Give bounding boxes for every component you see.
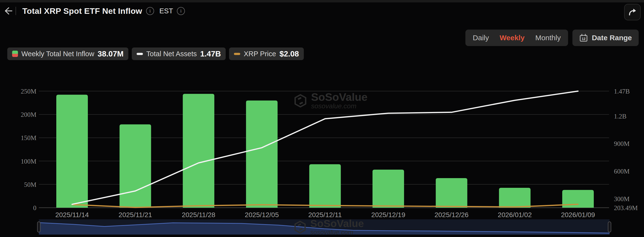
bar[interactable] (499, 188, 530, 208)
x-axis-tick-label: 2025/12/19 (371, 211, 405, 219)
bar[interactable] (310, 164, 341, 208)
bar[interactable] (183, 94, 214, 208)
bar[interactable] (56, 95, 88, 208)
x-axis-tick-label: 2025/11/28 (182, 211, 215, 219)
x-axis-tick-label: 2026/01/09 (561, 211, 595, 219)
y-axis-left-tick-label: 50M (24, 181, 36, 188)
y-axis-right-tick-label: 300M (614, 195, 630, 203)
brush-handle-left[interactable] (37, 222, 40, 232)
x-axis-tick-label: 2025/12/05 (245, 211, 279, 219)
y-axis-right-tick-label: 1.2B (614, 113, 626, 120)
y-axis-left-tick-label: 250M (21, 88, 36, 95)
y-axis-left-tick-label: 150M (21, 134, 36, 142)
bar[interactable] (120, 124, 151, 208)
y-axis-right-tick-label: 600M (614, 168, 630, 175)
x-axis-tick-label: 2025/12/11 (308, 211, 342, 219)
y-axis-left-tick-label: 100M (21, 158, 36, 165)
brush-handle-right[interactable] (608, 222, 611, 232)
bar[interactable] (246, 101, 278, 208)
x-axis-tick-label: 2025/11/14 (55, 211, 89, 219)
main-chart[interactable]: 250M200M150M100M50M01.47B1.2B900M600M300… (0, 0, 644, 237)
bar[interactable] (436, 178, 467, 208)
x-axis-tick-label: 2025/12/26 (434, 211, 468, 219)
bar[interactable] (372, 170, 404, 208)
y-axis-right-tick-label: 900M (614, 140, 630, 147)
y-axis-left-tick-label: 0 (33, 204, 37, 212)
y-axis-right-tick-label: 1.47B (614, 88, 630, 95)
x-axis-tick-label: 2025/11/21 (119, 211, 152, 219)
x-axis-tick-label: 2026/01/02 (498, 211, 532, 219)
y-axis-left-tick-label: 200M (21, 111, 36, 118)
y-axis-right-tick-label: 203.49M (614, 204, 638, 212)
